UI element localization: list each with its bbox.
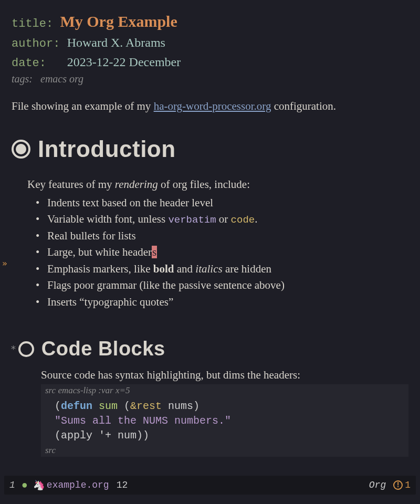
heading-star: * bbox=[10, 343, 16, 354]
meta-author-line: author: Howard X. Abrams bbox=[12, 33, 408, 52]
mode-line[interactable]: 1 ● 🦄 example.org 12 Org ! 1 bbox=[4, 476, 416, 495]
list-item: Flags poor grammar (like the passive sen… bbox=[36, 277, 408, 294]
heading-code-blocks-line[interactable]: * Code Blocks bbox=[10, 338, 408, 360]
intro-paragraph: Key features of my rendering of org file… bbox=[27, 177, 408, 192]
major-mode[interactable]: Org bbox=[369, 480, 386, 490]
code-blocks-paragraph: Source code has syntax highlighting, but… bbox=[41, 368, 408, 383]
document-title: My Org Example bbox=[60, 13, 177, 30]
src-block-header: src emacs-lisp :var x=5 bbox=[41, 384, 408, 397]
section-code-blocks-body: Source code has syntax highlighting, but… bbox=[41, 368, 408, 456]
warning-count: 1 bbox=[405, 480, 411, 490]
code-line: (defun sum (&rest nums) bbox=[55, 399, 404, 414]
file-description: File showing an example of my ha-org-wor… bbox=[12, 99, 408, 114]
text-cursor: s bbox=[152, 246, 157, 258]
config-link[interactable]: ha-org-word-processor.org bbox=[154, 100, 271, 112]
code-text: code bbox=[231, 214, 255, 226]
document-author: Howard X. Abrams bbox=[67, 36, 165, 49]
heading-introduction[interactable]: Introduction bbox=[12, 136, 408, 162]
meta-title-line: title: My Org Example bbox=[12, 9, 408, 33]
meta-tags-line: tags: emacs org bbox=[12, 73, 408, 85]
heading-bullet-icon bbox=[12, 140, 30, 159]
document-date: 2023-12-22 December bbox=[67, 55, 181, 69]
modified-indicator-icon: ● bbox=[22, 479, 28, 491]
heading-code-blocks: Code Blocks bbox=[18, 338, 165, 360]
list-item: Emphasis markers, like bold and italics … bbox=[36, 261, 408, 278]
document-tags: emacs org bbox=[40, 73, 83, 85]
list-item: Real bullets for lists bbox=[36, 228, 408, 245]
meta-key-author: author bbox=[12, 37, 53, 50]
list-item: Variable width font, unless verbatim or … bbox=[36, 211, 408, 228]
window-number: 1 bbox=[9, 480, 15, 490]
list-item: Large, but white headers bbox=[36, 244, 408, 261]
warning-icon: ! bbox=[393, 480, 403, 490]
fringe-indicator-icon: » bbox=[2, 258, 7, 268]
mode-icon: 🦄 bbox=[33, 479, 45, 491]
buffer-name[interactable]: example.org bbox=[47, 480, 109, 490]
section-introduction-body: Key features of my rendering of org file… bbox=[27, 177, 408, 310]
line-number: 12 bbox=[117, 480, 128, 490]
meta-date-line: date: 2023-12-22 December bbox=[12, 52, 408, 72]
feature-list: Indents text based on the header level V… bbox=[36, 195, 408, 311]
meta-key-title: title bbox=[12, 17, 46, 30]
flycheck-warning[interactable]: ! 1 bbox=[393, 480, 411, 490]
source-code-block[interactable]: (defun sum (&rest nums) "Sums all the NU… bbox=[41, 397, 408, 445]
src-block-footer: src bbox=[41, 445, 408, 457]
code-line: "Sums all the NUMS numbers." bbox=[55, 414, 404, 428]
code-line: (apply '+ num)) bbox=[55, 428, 404, 443]
list-item: Inserts “typographic quotes” bbox=[36, 294, 408, 311]
heading-bullet-open-icon bbox=[18, 341, 34, 357]
verbatim-text: verbatim bbox=[168, 214, 216, 226]
meta-key-date: date bbox=[12, 57, 39, 70]
editor-buffer[interactable]: title: My Org Example author: Howard X. … bbox=[0, 0, 420, 457]
meta-key-tags: tags: bbox=[12, 73, 33, 85]
list-item: Indents text based on the header level bbox=[36, 195, 408, 212]
